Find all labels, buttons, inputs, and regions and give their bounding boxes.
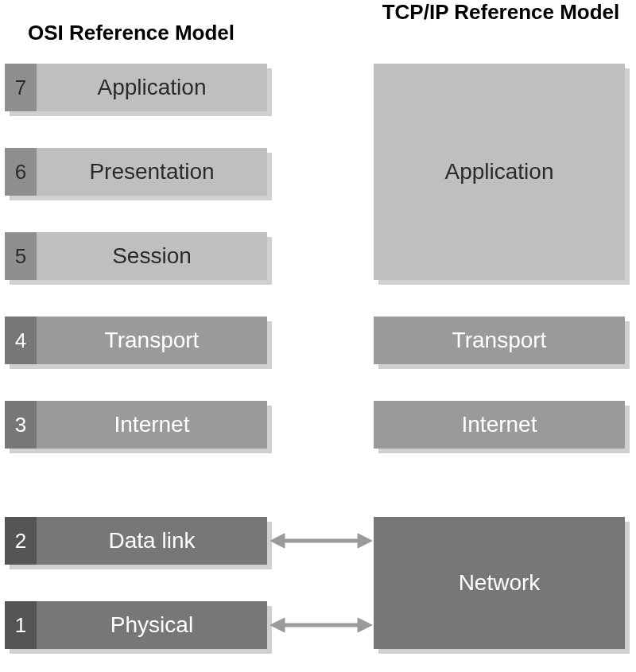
tcpip-transport: Transport <box>374 317 625 364</box>
diagram-container: OSI Reference Model TCP/IP Reference Mod… <box>0 0 636 672</box>
osi-layer-4: 4 Transport <box>5 317 267 364</box>
osi-layer-3-label: Internet <box>37 401 267 449</box>
osi-title: OSI Reference Model <box>0 21 262 45</box>
osi-layer-5-label: Session <box>37 232 267 280</box>
svg-marker-4 <box>270 618 285 632</box>
double-arrow-icon <box>270 616 372 635</box>
osi-layer-1-number: 1 <box>5 601 37 649</box>
osi-layer-2-label: Data link <box>37 517 267 565</box>
osi-layer-5-number: 5 <box>5 232 37 280</box>
tcpip-transport-label: Transport <box>452 328 547 353</box>
osi-layer-4-label: Transport <box>37 317 267 364</box>
osi-layer-7: 7 Application <box>5 64 267 111</box>
osi-layer-3-number: 3 <box>5 401 37 449</box>
osi-layer-7-label: Application <box>37 64 267 111</box>
osi-layer-7-number: 7 <box>5 64 37 111</box>
svg-marker-1 <box>270 534 285 548</box>
tcpip-title: TCP/IP Reference Model <box>374 0 628 25</box>
tcpip-network-label: Network <box>459 570 541 596</box>
double-arrow-icon <box>270 531 372 550</box>
osi-layer-3: 3 Internet <box>5 401 267 449</box>
osi-layer-1-label: Physical <box>37 601 267 649</box>
osi-layer-1: 1 Physical <box>5 601 267 649</box>
tcpip-internet-label: Internet <box>462 412 537 437</box>
osi-layer-2: 2 Data link <box>5 517 267 565</box>
osi-layer-6-label: Presentation <box>37 148 267 196</box>
osi-layer-5: 5 Session <box>5 232 267 280</box>
osi-layer-6: 6 Presentation <box>5 148 267 196</box>
tcpip-application-label: Application <box>445 159 554 185</box>
tcpip-internet: Internet <box>374 401 625 449</box>
tcpip-network: Network <box>374 517 625 649</box>
osi-layer-2-number: 2 <box>5 517 37 565</box>
svg-marker-5 <box>358 618 372 632</box>
osi-layer-6-number: 6 <box>5 148 37 196</box>
svg-marker-2 <box>358 534 372 548</box>
tcpip-application: Application <box>374 64 625 280</box>
osi-layer-4-number: 4 <box>5 317 37 364</box>
